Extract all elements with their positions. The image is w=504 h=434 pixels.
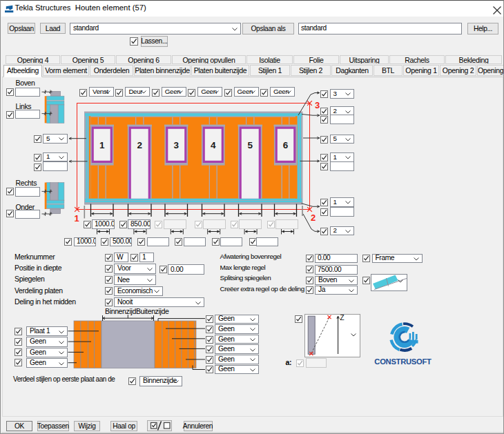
svg-text:Z: Z xyxy=(340,313,345,322)
